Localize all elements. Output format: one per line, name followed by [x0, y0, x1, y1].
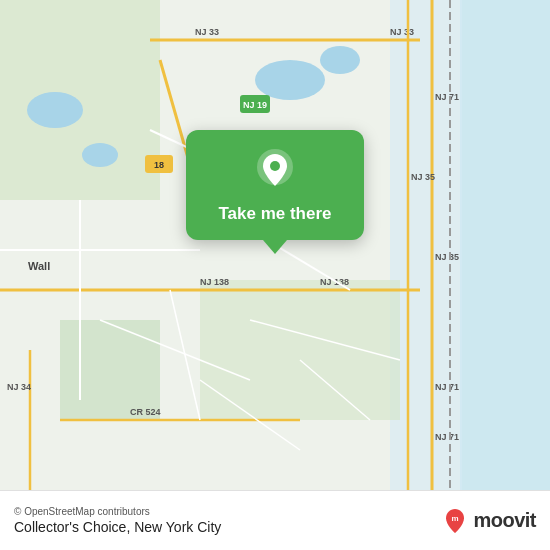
svg-rect-4 [200, 280, 400, 420]
svg-point-44 [270, 161, 280, 171]
svg-text:NJ 34: NJ 34 [7, 382, 31, 392]
svg-text:NJ 71: NJ 71 [435, 432, 459, 442]
svg-text:18: 18 [154, 160, 164, 170]
moovit-logo: m moovit [441, 507, 536, 535]
copyright-text: © OpenStreetMap contributors [14, 506, 221, 517]
svg-text:NJ 35: NJ 35 [435, 252, 459, 262]
take-me-there-button[interactable]: Take me there [218, 204, 331, 224]
location-pin-icon [253, 148, 297, 192]
svg-text:NJ 71: NJ 71 [435, 92, 459, 102]
location-text: Collector's Choice, New York City [14, 519, 221, 535]
svg-rect-5 [60, 320, 160, 420]
map-view: NJ 33 NJ 33 NJ 71 NJ 35 NJ 71 NJ 71 NJ 3… [0, 0, 550, 490]
svg-text:m: m [452, 514, 459, 523]
popup-card: Take me there [186, 130, 364, 240]
svg-rect-2 [390, 0, 462, 490]
svg-text:NJ 71: NJ 71 [435, 382, 459, 392]
moovit-brand-icon: m [441, 507, 469, 535]
svg-rect-3 [0, 0, 160, 200]
svg-text:NJ 19: NJ 19 [243, 100, 267, 110]
svg-point-6 [27, 92, 83, 128]
bottom-bar: © OpenStreetMap contributors Collector's… [0, 490, 550, 550]
svg-point-7 [82, 143, 118, 167]
svg-text:NJ 35: NJ 35 [411, 172, 435, 182]
svg-text:CR 524: CR 524 [130, 407, 161, 417]
moovit-brand-name: moovit [473, 509, 536, 532]
svg-text:NJ 138: NJ 138 [200, 277, 229, 287]
svg-point-8 [255, 60, 325, 100]
svg-text:NJ 138: NJ 138 [320, 277, 349, 287]
svg-text:NJ 33: NJ 33 [390, 27, 414, 37]
location-info: © OpenStreetMap contributors Collector's… [14, 506, 221, 535]
svg-rect-1 [460, 0, 550, 490]
svg-point-9 [320, 46, 360, 74]
svg-text:NJ 33: NJ 33 [195, 27, 219, 37]
svg-text:Wall: Wall [28, 260, 50, 272]
